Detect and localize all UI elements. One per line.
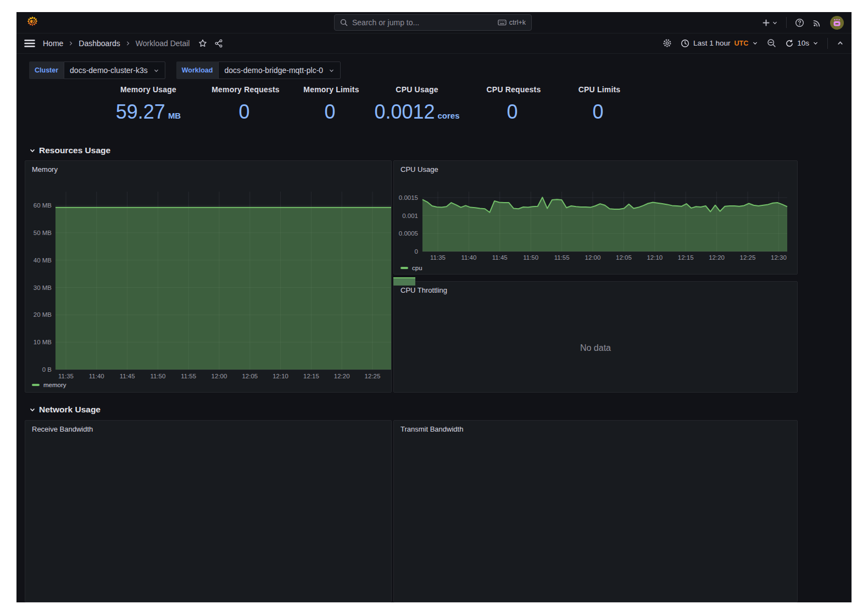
- mega-menu-button[interactable]: [24, 39, 35, 48]
- memory-chart[interactable]: 0 B10 MB20 MB30 MB40 MB50 MB60 MB11:3511…: [25, 161, 391, 392]
- panel-cpu-usage: CPU Usage 00.00050.0010.001511:3511:4011…: [393, 160, 798, 275]
- breadcrumb-home[interactable]: Home: [43, 39, 63, 48]
- panel-memory-title[interactable]: Memory: [32, 165, 58, 174]
- stat-memory-requests: Memory Requests 0: [196, 85, 295, 127]
- breadcrumb-dashboards[interactable]: Dashboards: [79, 39, 120, 48]
- grafana-logo-icon[interactable]: [25, 15, 40, 30]
- stat-memory-limits: Memory Limits 0: [282, 85, 381, 127]
- svg-text:12:15: 12:15: [678, 254, 694, 261]
- zoom-out-button[interactable]: [767, 38, 776, 48]
- stat-memory-usage: Memory Usage 59.27MB: [99, 85, 198, 127]
- cpu-chart[interactable]: 00.00050.0010.001511:3511:4011:4511:5011…: [394, 161, 797, 274]
- hamburger-icon: [24, 39, 35, 48]
- panel-cpu-throttling-title[interactable]: CPU Throttling: [400, 286, 447, 294]
- chevron-right-icon: [68, 41, 74, 46]
- svg-text:11:40: 11:40: [461, 254, 476, 261]
- chevron-right-icon: [125, 41, 131, 46]
- svg-text:30 MB: 30 MB: [34, 284, 52, 291]
- chevron-up-icon: [837, 40, 844, 47]
- panel-receive-bandwidth: Receive Bandwidth: [25, 420, 392, 602]
- svg-text:0.001: 0.001: [402, 213, 418, 219]
- chevron-down-icon: [153, 68, 159, 74]
- share-icon: [214, 39, 223, 48]
- favorite-button[interactable]: [198, 39, 207, 48]
- search-input[interactable]: Search or jump to... ctrl+k: [334, 14, 532, 31]
- zoom-out-icon: [767, 38, 776, 48]
- svg-text:12:25: 12:25: [365, 373, 381, 379]
- svg-text:60 MB: 60 MB: [34, 202, 52, 209]
- svg-text:11:40: 11:40: [89, 373, 104, 379]
- section-resources-usage[interactable]: Resources Usage: [29, 146, 110, 155]
- share-button[interactable]: [214, 39, 223, 48]
- panel-cpu-throttling: CPU Throttling No data: [393, 281, 798, 393]
- divider: [786, 17, 787, 28]
- refresh-picker[interactable]: 10s: [785, 39, 819, 48]
- chevron-down-icon: [329, 68, 335, 74]
- plus-icon: [762, 19, 770, 27]
- rss-icon: [813, 18, 822, 27]
- svg-text:11:50: 11:50: [523, 254, 538, 261]
- stat-cpu-requests: CPU Requests 0: [464, 85, 563, 127]
- clock-icon: [681, 39, 689, 48]
- memory-legend[interactable]: memory: [32, 382, 66, 388]
- collapse-toolbar-button[interactable]: [837, 40, 844, 47]
- svg-text:12:20: 12:20: [709, 254, 725, 261]
- shortcut-hint: ctrl+k: [498, 19, 526, 26]
- gear-icon: [663, 38, 672, 48]
- dashboard-settings-button[interactable]: [663, 38, 672, 48]
- render-artifact: [393, 277, 415, 286]
- svg-text:0: 0: [415, 248, 418, 255]
- timezone-label: UTC: [735, 40, 749, 47]
- svg-text:11:35: 11:35: [58, 373, 74, 379]
- user-avatar[interactable]: [830, 16, 844, 30]
- svg-text:20 MB: 20 MB: [34, 311, 52, 318]
- chevron-down-icon: [813, 40, 819, 46]
- top-bar: Search or jump to... ctrl+k: [16, 12, 852, 33]
- help-icon: [795, 18, 804, 27]
- help-button[interactable]: [795, 18, 804, 27]
- screenshot-page: { "app": { "topbar": { "search_placehold…: [0, 0, 868, 615]
- panel-cpu-usage-title[interactable]: CPU Usage: [400, 165, 438, 174]
- time-range-picker[interactable]: Last 1 hour UTC: [681, 39, 758, 48]
- variable-cluster-select[interactable]: docs-demo-cluster-k3s: [64, 62, 165, 79]
- news-button[interactable]: [813, 18, 822, 27]
- search-placeholder: Search or jump to...: [352, 18, 493, 27]
- svg-text:0.0005: 0.0005: [399, 230, 418, 237]
- panel-memory: Memory 0 B10 MB20 MB30 MB40 MB50 MB60 MB…: [25, 160, 392, 393]
- variable-cluster-label: Cluster: [29, 62, 64, 79]
- svg-text:12:05: 12:05: [616, 254, 632, 261]
- chevron-down-icon: [29, 406, 36, 413]
- svg-text:12:10: 12:10: [647, 254, 663, 261]
- stat-cpu-usage: CPU Usage 0.0012cores: [368, 85, 466, 127]
- svg-text:12:20: 12:20: [334, 373, 350, 379]
- svg-text:10 MB: 10 MB: [34, 339, 52, 345]
- variable-workload-select[interactable]: docs-demo-bridge-mqtt-plc-0: [218, 62, 341, 79]
- keyboard-icon: [498, 19, 507, 26]
- svg-text:12:30: 12:30: [771, 254, 787, 261]
- breadcrumb-current: Workload Detail: [136, 39, 190, 48]
- svg-text:50 MB: 50 MB: [34, 230, 52, 236]
- dashboard-toolbar: Home Dashboards Workload Detail Last 1 h…: [16, 33, 852, 54]
- new-dropdown-button[interactable]: [762, 19, 778, 27]
- chevron-down-icon: [29, 147, 36, 154]
- svg-text:0.0015: 0.0015: [399, 194, 418, 201]
- variable-workload: Workload docs-demo-bridge-mqtt-plc-0: [176, 62, 341, 79]
- svg-text:12:25: 12:25: [740, 254, 756, 261]
- star-icon: [198, 39, 207, 48]
- grafana-app: Search or jump to... ctrl+k: [16, 12, 852, 602]
- breadcrumb: Home Dashboards Workload Detail: [43, 39, 223, 48]
- toolbar-actions: Last 1 hour UTC 10s: [663, 38, 844, 49]
- cpu-legend[interactable]: cpu: [400, 265, 422, 271]
- time-range-label: Last 1 hour: [693, 39, 731, 47]
- svg-text:11:55: 11:55: [554, 254, 570, 261]
- divider: [827, 38, 828, 49]
- svg-text:0 B: 0 B: [42, 366, 52, 373]
- topbar-actions: [762, 12, 844, 33]
- section-network-usage[interactable]: Network Usage: [29, 405, 101, 415]
- svg-text:12:10: 12:10: [272, 373, 288, 379]
- refresh-interval-label: 10s: [797, 39, 809, 47]
- panel-transmit-bandwidth-title[interactable]: Transmit Bandwidth: [400, 425, 463, 433]
- svg-text:40 MB: 40 MB: [34, 257, 52, 264]
- svg-text:11:35: 11:35: [430, 254, 446, 261]
- panel-receive-bandwidth-title[interactable]: Receive Bandwidth: [32, 425, 93, 433]
